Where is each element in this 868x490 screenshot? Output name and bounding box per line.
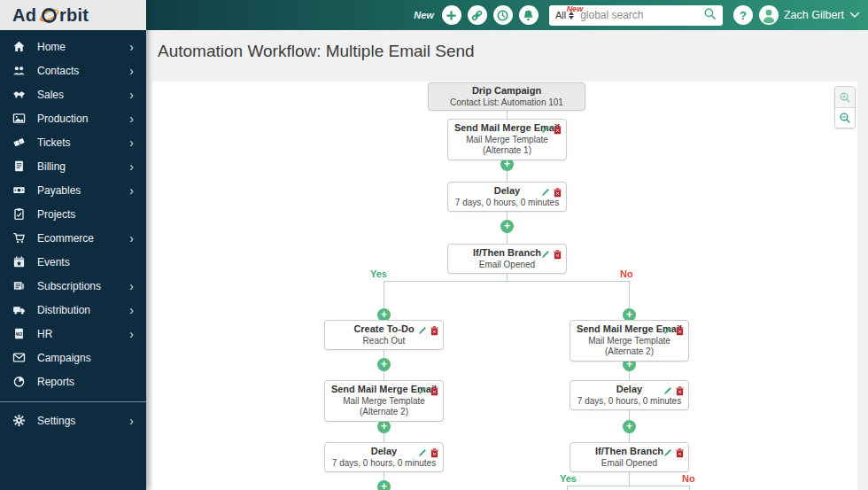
quick-link-button[interactable] xyxy=(468,5,487,25)
search-icon[interactable] xyxy=(703,7,717,24)
sidebar-item-production[interactable]: Production › xyxy=(0,106,146,130)
edit-icon[interactable] xyxy=(417,384,427,400)
search-filter-dropdown[interactable]: All New xyxy=(555,10,574,20)
workflow-node-create-todo[interactable]: Create To-Do Reach Out xyxy=(324,320,444,350)
chevron-right-icon: › xyxy=(129,328,134,340)
recent-items-button[interactable] xyxy=(493,5,513,25)
logo-suffix: rbit xyxy=(59,5,89,26)
node-subtitle: Contact List: Automation 101 xyxy=(430,97,583,109)
add-step-button[interactable]: + xyxy=(377,420,391,433)
edit-icon[interactable] xyxy=(540,247,550,263)
notifications-icon xyxy=(522,9,535,22)
sidebar-item-label: Settings xyxy=(37,415,75,427)
settings-icon xyxy=(12,414,26,428)
canvas-zoom-controls xyxy=(834,86,856,128)
sidebar-item-label: Projects xyxy=(37,208,75,221)
reports-icon xyxy=(12,375,26,389)
home-icon xyxy=(12,40,26,54)
sidebar-item-label: Tickets xyxy=(37,136,71,149)
sidebar-item-payables[interactable]: Payables › xyxy=(0,178,146,202)
global-search-input[interactable] xyxy=(580,9,703,21)
sidebar-item-label: Home xyxy=(37,41,66,53)
workflow-node-send-mail-merge-left[interactable]: Send Mail Merge Email Mail Merge Templat… xyxy=(324,380,444,422)
sidebar-item-billing[interactable]: Billing › xyxy=(0,154,146,178)
new-label: New xyxy=(414,10,434,20)
node-title: Drip Campaign xyxy=(430,85,583,97)
sidebar-item-projects[interactable]: Projects xyxy=(0,202,146,226)
delete-icon[interactable] xyxy=(553,185,562,201)
edit-icon[interactable] xyxy=(663,384,672,400)
workflow-node-delay-left[interactable]: Delay 7 days, 0 hours, 0 minutes xyxy=(324,442,444,472)
sidebar-item-subscriptions[interactable]: Subscriptions › xyxy=(0,274,146,298)
chevron-right-icon: › xyxy=(129,415,134,427)
sidebar-item-tickets[interactable]: Tickets › xyxy=(0,130,146,154)
delete-icon[interactable] xyxy=(553,122,562,138)
add-step-button[interactable]: + xyxy=(623,420,636,433)
sidebar-item-contacts[interactable]: Contacts › xyxy=(0,58,146,82)
add-step-button[interactable]: + xyxy=(377,480,391,490)
chevron-right-icon: › xyxy=(129,232,134,245)
delete-icon[interactable] xyxy=(675,384,685,400)
page-title: Automation Workflow: Multiple Email Send xyxy=(158,42,475,61)
notifications-button[interactable] xyxy=(519,5,539,25)
sidebar-item-hr[interactable]: W2 HR › xyxy=(0,322,146,346)
user-name: Zach Gilbert xyxy=(784,9,844,21)
sidebar-item-campaigns[interactable]: Campaigns xyxy=(0,346,146,369)
avatar-icon xyxy=(759,5,779,25)
workflow-node-drip-campaign[interactable]: Drip Campaign Contact List: Automation 1… xyxy=(428,82,585,111)
edit-icon[interactable] xyxy=(663,446,672,462)
sidebar-item-sales[interactable]: Sales › xyxy=(0,82,146,106)
sidebar-nav: Home › Contacts › Sales › Production › T… xyxy=(0,30,146,490)
sidebar-item-reports[interactable]: Reports xyxy=(0,369,146,393)
workflow-node-send-mail-merge-right[interactable]: Send Mail Merge Email Mail Merge Templat… xyxy=(570,320,689,362)
zoom-out-button[interactable] xyxy=(835,107,855,128)
sidebar-item-label: HR xyxy=(37,328,52,340)
sales-icon xyxy=(12,88,26,102)
delete-icon[interactable] xyxy=(553,247,562,263)
workflow-node-if-then-2[interactable]: If/Then Branch Email Opened xyxy=(570,442,689,472)
sidebar-item-label: Ecommerce xyxy=(37,232,94,245)
delete-icon[interactable] xyxy=(430,446,439,462)
sidebar-item-label: Production xyxy=(37,113,88,125)
sidebar-item-label: Distribution xyxy=(37,304,90,316)
distribution-icon xyxy=(12,303,26,317)
top-header-bar: New All New ? Z xyxy=(146,0,868,30)
delete-icon[interactable] xyxy=(430,384,439,400)
chevron-right-icon: › xyxy=(129,65,134,77)
contacts-icon xyxy=(12,64,26,78)
workflow-canvas[interactable]: + + + + + + + + + Yes No Yes No Drip Cam… xyxy=(152,82,857,490)
add-icon xyxy=(445,9,458,22)
user-menu[interactable]: Zach Gilbert xyxy=(759,5,860,25)
delete-icon[interactable] xyxy=(675,323,685,339)
zoom-in-button[interactable] xyxy=(835,87,855,107)
caret-down-icon xyxy=(849,12,860,19)
delete-icon[interactable] xyxy=(675,446,685,462)
add-step-button[interactable]: + xyxy=(377,358,391,371)
workflow-node-delay-1[interactable]: Delay 7 days, 0 hours, 0 minutes xyxy=(447,182,567,212)
sidebar-item-settings[interactable]: Settings › xyxy=(0,408,146,432)
sidebar-item-events[interactable]: Events xyxy=(0,250,146,274)
help-button[interactable]: ? xyxy=(733,5,753,25)
production-icon xyxy=(12,112,26,126)
sidebar-item-ecommerce[interactable]: Ecommerce › xyxy=(0,226,146,250)
events-icon xyxy=(12,255,26,269)
svg-text:W2: W2 xyxy=(15,331,22,337)
app-logo[interactable]: Ad rbit xyxy=(0,0,146,30)
sidebar-item-label: Reports xyxy=(37,376,74,388)
add-step-button[interactable]: + xyxy=(500,220,514,233)
workflow-node-send-mail-merge-1[interactable]: Send Mail Merge Email Mail Merge Templat… xyxy=(447,119,567,160)
add-new-button[interactable] xyxy=(442,5,461,25)
edit-icon[interactable] xyxy=(417,323,427,339)
edit-icon[interactable] xyxy=(540,185,550,201)
tickets-icon xyxy=(12,136,26,150)
chevron-right-icon: › xyxy=(129,41,134,53)
delete-icon[interactable] xyxy=(430,323,439,339)
question-icon: ? xyxy=(740,9,747,22)
sidebar-item-home[interactable]: Home › xyxy=(0,35,146,58)
workflow-node-if-then-1[interactable]: If/Then Branch Email Opened xyxy=(447,244,567,274)
edit-icon[interactable] xyxy=(663,323,672,339)
edit-icon[interactable] xyxy=(417,446,427,462)
sidebar-item-distribution[interactable]: Distribution › xyxy=(0,298,146,322)
workflow-node-delay-right[interactable]: Delay 7 days, 0 hours, 0 minutes xyxy=(570,380,689,410)
edit-icon[interactable] xyxy=(540,122,550,138)
